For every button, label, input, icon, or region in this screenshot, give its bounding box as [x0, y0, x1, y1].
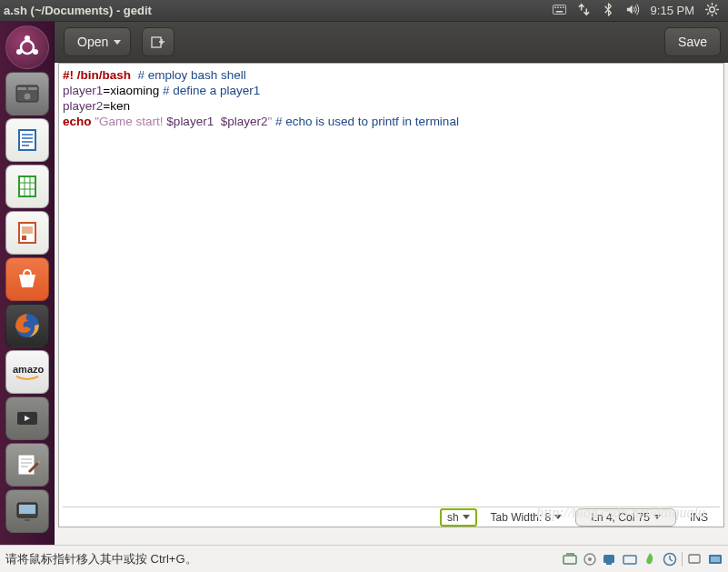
svg-line-14	[715, 5, 717, 6]
svg-rect-61	[711, 557, 720, 562]
open-label: Open	[77, 35, 108, 49]
svg-rect-24	[28, 87, 37, 90]
launcher-amazon[interactable]: amazon	[5, 350, 49, 394]
editor-container: #! /bin/bash # employ bash shell player1…	[58, 63, 724, 527]
code-var: player2	[63, 99, 103, 113]
svg-rect-5	[555, 11, 563, 13]
software-icon	[14, 266, 41, 293]
dash-button[interactable]	[5, 25, 49, 69]
svg-rect-49	[25, 519, 30, 521]
bottom-message: 请将鼠标指针移入其中或按 Ctrl+G。	[5, 551, 562, 567]
new-tab-button[interactable]	[142, 27, 175, 56]
svg-line-12	[715, 12, 717, 14]
code-comment: # define a player1	[163, 84, 260, 97]
svg-rect-43	[18, 455, 35, 475]
chevron-down-icon	[114, 40, 121, 45]
svg-line-13	[707, 12, 709, 14]
svg-point-21	[33, 49, 38, 55]
svg-line-11	[707, 5, 709, 6]
svg-text:amazon: amazon	[13, 364, 44, 375]
volume-icon[interactable]	[626, 3, 640, 19]
chevron-down-icon	[554, 515, 562, 519]
svg-rect-4	[563, 6, 564, 8]
svg-point-19	[25, 35, 30, 41]
svg-rect-54	[606, 563, 612, 565]
svg-rect-55	[623, 556, 636, 564]
new-tab-icon	[151, 35, 165, 49]
svg-rect-31	[19, 176, 35, 196]
system-tray	[562, 551, 723, 567]
tab-width-label: Tab Width: 8	[491, 511, 552, 524]
tab-width-selector[interactable]: Tab Width: 8	[483, 508, 571, 527]
tray-icon-2[interactable]	[582, 551, 597, 567]
launcher-writer[interactable]	[5, 118, 49, 162]
amazon-icon: amazon	[11, 362, 44, 382]
open-button[interactable]: Open	[64, 27, 131, 56]
bluetooth-icon[interactable]	[602, 3, 615, 19]
tray-icon-1[interactable]	[562, 551, 577, 567]
cursor-position-label: Ln 4, Col 75	[591, 511, 650, 524]
svg-rect-23	[17, 87, 26, 90]
save-button[interactable]: Save	[664, 27, 721, 56]
svg-rect-26	[19, 130, 35, 150]
svg-rect-48	[19, 505, 35, 514]
ubuntu-icon	[14, 34, 41, 61]
text-editor[interactable]: #! /bin/bash # employ bash shell player1…	[59, 64, 723, 507]
tray-icon-7[interactable]	[687, 551, 703, 567]
svg-rect-2	[557, 6, 559, 8]
launcher-movie[interactable]	[5, 396, 49, 440]
impress-icon	[12, 217, 43, 248]
bottom-bar: 请将鼠标指针移入其中或按 Ctrl+G。	[0, 545, 728, 572]
cursor-position-selector[interactable]: Ln 4, Col 75	[575, 508, 676, 527]
svg-rect-37	[22, 226, 33, 234]
svg-rect-59	[689, 555, 700, 563]
files-icon	[12, 78, 43, 109]
insert-mode-toggle[interactable]: INS	[682, 508, 716, 527]
launcher-calc[interactable]	[5, 165, 49, 208]
tray-icon-8[interactable]	[707, 551, 723, 567]
window-title: a.sh (~/Documents) - gedit	[4, 4, 553, 17]
statusbar: sh Tab Width: 8 Ln 4, Col 75 INS	[63, 507, 720, 527]
launcher-impress[interactable]	[5, 211, 49, 255]
svg-rect-3	[560, 6, 562, 8]
gear-icon[interactable]	[705, 3, 719, 19]
launcher: amazon	[0, 22, 55, 545]
code-comment: # employ bash shell	[131, 68, 246, 82]
chevron-down-icon	[463, 515, 470, 519]
svg-rect-1	[554, 6, 556, 8]
firefox-icon	[11, 309, 44, 342]
launcher-firefox[interactable]	[5, 304, 49, 347]
toolbar: Open Save	[0, 22, 728, 63]
svg-point-25	[24, 94, 30, 100]
svg-point-6	[710, 6, 715, 12]
tray-icon-3[interactable]	[602, 551, 617, 567]
network-icon[interactable]	[577, 3, 591, 19]
svg-rect-38	[22, 236, 26, 240]
language-selector[interactable]: sh	[440, 508, 477, 527]
clock-text[interactable]: 9:15 PM	[651, 4, 694, 17]
svg-rect-0	[553, 5, 565, 14]
writer-icon	[12, 125, 43, 156]
movie-icon	[12, 403, 43, 434]
code-comment: # echo is used to printf in terminal	[275, 115, 459, 128]
tray-icon-5[interactable]	[642, 551, 657, 567]
code-var: player1	[63, 84, 103, 97]
top-panel: a.sh (~/Documents) - gedit 9:15 PM	[0, 0, 728, 22]
svg-point-52	[588, 557, 592, 561]
launcher-gedit[interactable]	[5, 443, 49, 487]
launcher-screenshot[interactable]	[5, 489, 49, 533]
save-label: Save	[678, 35, 707, 49]
screenshot-icon	[12, 496, 43, 527]
panel-indicators: 9:15 PM	[553, 3, 724, 19]
insert-mode-label: INS	[690, 511, 708, 524]
code-keyword: echo	[63, 115, 92, 128]
svg-point-18	[21, 41, 34, 54]
language-label: sh	[447, 511, 459, 524]
tray-icon-6[interactable]	[662, 551, 677, 567]
tray-icon-4[interactable]	[622, 551, 637, 567]
svg-rect-50	[563, 556, 576, 564]
launcher-files[interactable]	[5, 72, 49, 115]
calc-icon	[12, 171, 43, 202]
keyboard-icon[interactable]	[553, 3, 566, 19]
launcher-software[interactable]	[5, 257, 49, 301]
